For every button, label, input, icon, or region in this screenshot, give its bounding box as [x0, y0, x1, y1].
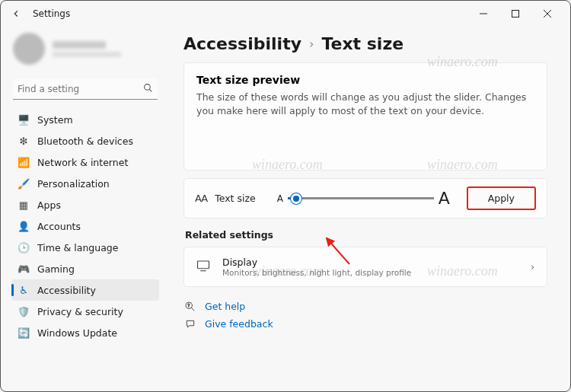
related-display-title: Display — [222, 257, 411, 268]
close-icon — [544, 10, 551, 18]
system-icon: 🖥️ — [18, 113, 30, 126]
text-size-preview-card: Text size preview The size of these word… — [183, 62, 547, 171]
maximize-button[interactable] — [505, 5, 526, 23]
text-size-slider-card: AA Text size A A Apply — [183, 178, 547, 218]
avatar — [13, 33, 45, 65]
get-help-link[interactable]: ? Get help — [183, 298, 547, 315]
sidebar-item-accessibility[interactable]: ♿Accessibility — [11, 279, 159, 301]
sidebar-item-label: Apps — [37, 199, 61, 211]
main-panel: Accessibility › Text size Text size prev… — [167, 27, 570, 391]
windows-update-icon: 🔄 — [18, 327, 30, 339]
close-button[interactable] — [537, 5, 558, 23]
sidebar-item-label: Accessibility — [37, 285, 96, 296]
svg-line-5 — [149, 89, 152, 91]
breadcrumb-current: Text size — [321, 34, 404, 53]
sidebar-item-label: System — [37, 114, 73, 126]
sidebar-item-label: Time & language — [37, 242, 118, 253]
breadcrumb-separator-icon: › — [309, 37, 314, 51]
nav-list: 🖥️System❇Bluetooth & devices📶Network & i… — [11, 109, 159, 343]
time-language-icon: 🕒 — [18, 241, 30, 253]
bluetooth-devices-icon: ❇ — [18, 135, 30, 147]
privacy-security-icon: 🛡️ — [18, 305, 30, 317]
arrow-left-icon — [11, 8, 21, 19]
slider-track[interactable] — [288, 197, 434, 199]
profile-name-redacted — [53, 41, 106, 49]
window-title: Settings — [33, 8, 70, 19]
breadcrumb-parent[interactable]: Accessibility — [183, 34, 301, 53]
svg-point-4 — [145, 84, 151, 91]
sidebar-item-personalization[interactable]: 🖌️Personalization — [11, 173, 159, 194]
apply-button[interactable]: Apply — [467, 186, 536, 210]
sidebar-item-system[interactable]: 🖥️System — [11, 109, 159, 130]
network-internet-icon: 📶 — [18, 156, 30, 168]
related-display-card[interactable]: Display Monitors, brightness, night ligh… — [183, 247, 547, 287]
sidebar-item-accounts[interactable]: 👤Accounts — [11, 215, 159, 237]
minimize-button[interactable] — [473, 5, 494, 23]
sidebar-item-label: Windows Update — [37, 327, 117, 339]
sidebar-item-network-internet[interactable]: 📶Network & internet — [11, 151, 159, 173]
sidebar-item-label: Personalization — [37, 178, 110, 190]
sidebar-item-privacy-security[interactable]: 🛡️Privacy & security — [11, 301, 159, 322]
back-button[interactable] — [7, 5, 25, 23]
help-links: ? Get help Give feedback — [183, 298, 547, 333]
related-display-text: Display Monitors, brightness, night ligh… — [222, 257, 411, 277]
related-display-desc: Monitors, brightness, night light, displ… — [222, 268, 411, 277]
sidebar-item-gaming[interactable]: 🎮Gaming — [11, 258, 159, 279]
display-icon — [196, 259, 212, 276]
apps-icon: ▦ — [18, 199, 30, 211]
svg-rect-1 — [512, 11, 519, 18]
get-help-label: Get help — [205, 301, 245, 312]
sidebar-item-bluetooth-devices[interactable]: ❇Bluetooth & devices — [11, 130, 159, 151]
sidebar-item-windows-update[interactable]: 🔄Windows Update — [11, 322, 159, 343]
svg-line-9 — [191, 308, 194, 311]
window-buttons — [473, 5, 564, 23]
gaming-icon: 🎮 — [18, 263, 30, 275]
profile-email-redacted — [53, 52, 121, 57]
slider-max-glyph: A — [439, 189, 450, 208]
text-size-slider[interactable]: A A — [277, 189, 450, 208]
search-box[interactable] — [13, 78, 158, 100]
search-input[interactable] — [18, 84, 143, 94]
svg-text:?: ? — [188, 303, 190, 308]
profile-text — [53, 41, 121, 57]
search-icon — [143, 81, 153, 96]
sidebar-item-apps[interactable]: ▦Apps — [11, 194, 159, 215]
sidebar-item-label: Privacy & security — [37, 306, 123, 317]
settings-window: Settings — [0, 0, 571, 392]
slider-min-glyph: A — [277, 193, 283, 204]
sidebar-item-label: Gaming — [37, 263, 75, 275]
titlebar: Settings — [1, 1, 570, 27]
text-size-aa-icon: AA — [195, 193, 207, 204]
preview-body: The size of these words will change as y… — [196, 91, 534, 118]
personalization-icon: 🖌️ — [18, 177, 30, 190]
sidebar-item-label: Bluetooth & devices — [37, 135, 133, 147]
sidebar-item-time-language[interactable]: 🕒Time & language — [11, 237, 159, 258]
slider-thumb[interactable] — [291, 193, 301, 204]
accounts-icon: 👤 — [18, 220, 30, 232]
help-icon: ? — [185, 301, 197, 312]
chevron-right-icon: › — [531, 262, 534, 272]
related-settings-heading: Related settings — [185, 229, 547, 241]
accessibility-icon: ♿ — [18, 284, 30, 296]
maximize-icon — [512, 10, 519, 18]
preview-heading: Text size preview — [196, 74, 534, 86]
give-feedback-link[interactable]: Give feedback — [183, 315, 547, 333]
profile-block[interactable] — [11, 28, 159, 74]
sidebar-item-label: Accounts — [37, 221, 81, 232]
minimize-icon — [480, 10, 487, 18]
feedback-icon — [185, 319, 197, 330]
sidebar-item-label: Network & internet — [37, 157, 128, 168]
sidebar: 🖥️System❇Bluetooth & devices📶Network & i… — [1, 27, 167, 391]
text-size-label: Text size — [215, 193, 256, 204]
give-feedback-label: Give feedback — [205, 318, 273, 330]
breadcrumb: Accessibility › Text size — [183, 34, 547, 53]
svg-rect-6 — [198, 261, 209, 269]
